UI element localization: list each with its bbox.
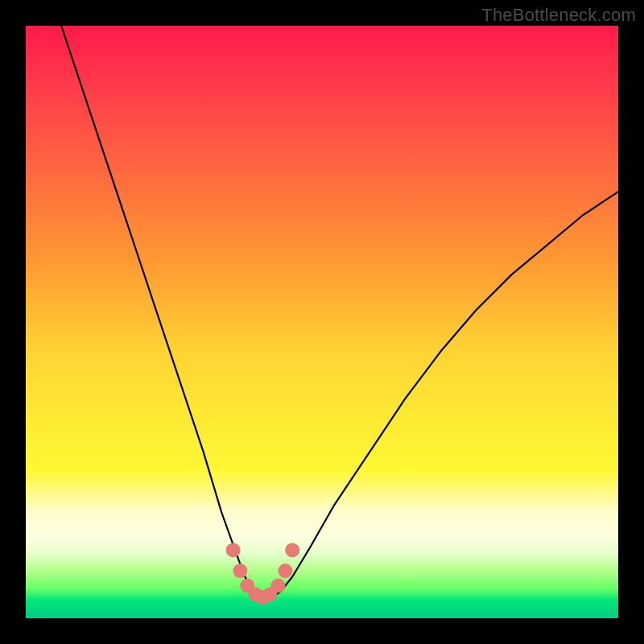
curve-layer (26, 26, 618, 618)
watermark-text: TheBottleneck.com (481, 5, 636, 26)
bottleneck-curve (61, 26, 618, 597)
highlight-dot (233, 564, 247, 578)
gradient-plot-area (26, 26, 618, 618)
highlight-dots (226, 543, 300, 605)
highlight-dot (285, 543, 299, 557)
chart-frame: TheBottleneck.com (0, 0, 644, 644)
highlight-dot (278, 564, 292, 578)
highlight-dot (226, 543, 241, 557)
highlight-dot (271, 579, 286, 593)
